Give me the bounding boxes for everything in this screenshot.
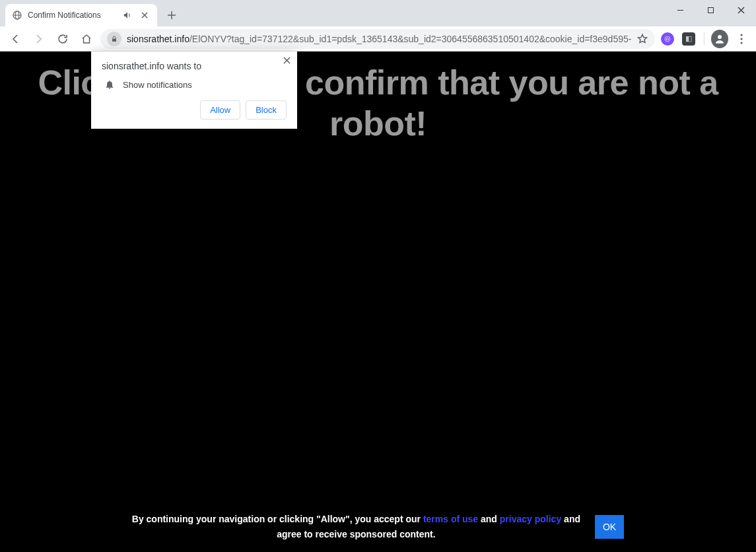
- back-button[interactable]: [5, 29, 25, 49]
- reload-button[interactable]: [53, 29, 73, 49]
- home-button[interactable]: [77, 29, 96, 49]
- toolbar-divider: [704, 32, 704, 46]
- permission-origin-text: sionsrathet.info wants to: [102, 61, 287, 71]
- tab-title: Confirm Notifications: [28, 11, 116, 20]
- window-maximize-button[interactable]: [695, 0, 726, 20]
- notification-permission-prompt: sionsrathet.info wants to Show notificat…: [91, 52, 297, 129]
- site-info-lock-icon[interactable]: [107, 32, 121, 46]
- new-tab-button[interactable]: [162, 6, 181, 24]
- cookie-consent-bar: By continuing your navigation or clickin…: [0, 502, 756, 552]
- browser-toolbar: sionsrathet.info/ElONYV?tag_id=737122&su…: [0, 26, 756, 52]
- window-controls: [665, 0, 756, 20]
- terms-of-use-link[interactable]: terms of use: [423, 514, 478, 524]
- tab-close-icon[interactable]: [139, 9, 151, 21]
- svg-point-14: [740, 38, 742, 40]
- forward-button[interactable]: [29, 29, 49, 49]
- cookie-ok-button[interactable]: OK: [595, 515, 624, 539]
- permission-capability-text: Show notifications: [123, 80, 192, 90]
- bell-icon: [104, 79, 115, 90]
- globe-icon: [12, 10, 22, 20]
- svg-point-15: [740, 42, 742, 44]
- address-bar[interactable]: sionsrathet.info/ElONYV?tag_id=737122&su…: [100, 29, 655, 49]
- cookie-consent-text: By continuing your navigation or clickin…: [132, 512, 580, 541]
- url-text: sionsrathet.info/ElONYV?tag_id=737122&su…: [127, 34, 631, 44]
- block-button[interactable]: Block: [246, 100, 287, 120]
- extension-icon-2[interactable]: ◧: [680, 30, 697, 48]
- svg-point-12: [718, 35, 722, 39]
- svg-rect-11: [112, 38, 116, 42]
- chrome-menu-button[interactable]: [732, 30, 751, 48]
- close-icon[interactable]: [283, 57, 291, 64]
- window-close-button[interactable]: [726, 0, 756, 20]
- allow-button[interactable]: Allow: [200, 100, 240, 120]
- profile-avatar[interactable]: [711, 30, 728, 48]
- svg-rect-1: [708, 7, 713, 13]
- audio-mute-icon[interactable]: [121, 9, 133, 21]
- extension-icon-1[interactable]: ◎: [659, 30, 676, 48]
- bookmark-star-icon[interactable]: [636, 33, 648, 45]
- svg-point-13: [740, 34, 742, 36]
- window-minimize-button[interactable]: [665, 0, 695, 20]
- privacy-policy-link[interactable]: privacy policy: [500, 514, 561, 524]
- tab-strip: Confirm Notifications: [0, 0, 756, 26]
- browser-tab[interactable]: Confirm Notifications: [5, 4, 157, 26]
